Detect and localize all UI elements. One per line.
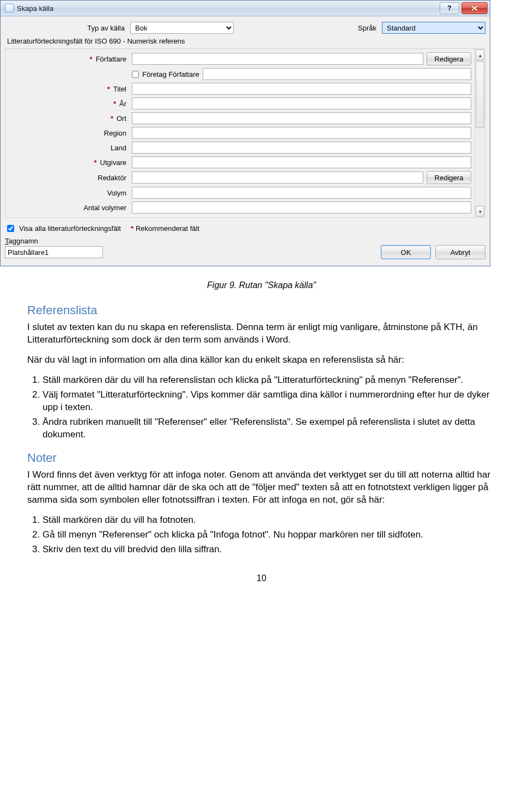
field-author: *Författare Redigera <box>7 52 471 65</box>
scroll-thumb[interactable] <box>476 62 484 128</box>
dialog-skapa-kalla: Skapa källa ? Typ av källa Bok Språk Sta… <box>0 0 490 266</box>
city-input[interactable] <box>132 112 471 124</box>
document-body: Figur 9. Rutan "Skapa källa" Referenslis… <box>0 266 523 606</box>
fields-container: *Författare Redigera Företag Författare … <box>5 48 485 218</box>
ok-button[interactable]: OK <box>381 245 431 259</box>
field-company-author: Företag Författare <box>7 68 471 80</box>
numvolumes-input[interactable] <box>132 202 471 213</box>
field-volume: Volym <box>7 187 471 199</box>
list-item: Ändra rubriken manuellt till "Referenser… <box>42 416 496 441</box>
field-editor: Redaktör Redigera <box>7 171 471 184</box>
figure-caption: Figur 9. Rutan "Skapa källa" <box>27 279 496 291</box>
list-item: Gå till menyn "Referenser" och klicka på… <box>42 529 496 541</box>
field-region: Region <box>7 127 471 139</box>
noter-steps: Ställ markören där du vill ha fotnoten. … <box>42 514 496 556</box>
publisher-input[interactable] <box>132 156 471 168</box>
help-button[interactable]: ? <box>440 2 459 14</box>
editor-input[interactable] <box>132 172 423 184</box>
year-input[interactable] <box>132 97 471 109</box>
edit-author-button[interactable]: Redigera <box>427 52 471 65</box>
company-author-input[interactable] <box>203 68 471 80</box>
paragraph: I slutet av texten kan du nu skapa en re… <box>27 321 496 346</box>
company-author-checkbox[interactable] <box>132 71 139 78</box>
region-input[interactable] <box>132 127 471 139</box>
show-all-fields[interactable]: Visa alla litteraturförteckningsfält <box>5 223 121 234</box>
type-label: Typ av källa <box>5 24 130 32</box>
field-publisher: *Utgivare <box>7 156 471 168</box>
list-item: Välj formatet "Litteraturförteckning". V… <box>42 389 496 414</box>
close-button[interactable] <box>461 2 488 14</box>
referenslista-steps: Ställ markören där du vill ha referensli… <box>42 374 496 441</box>
close-icon <box>471 5 478 11</box>
edit-editor-button[interactable]: Redigera <box>427 171 471 184</box>
language-label: Språk <box>358 24 376 32</box>
language-select[interactable]: Standard <box>382 22 485 34</box>
list-item: Skriv den text du vill bredvid den lilla… <box>42 544 496 556</box>
tagname-label: Taggnamn <box>5 237 485 245</box>
source-type-select[interactable]: Bok <box>130 22 234 34</box>
heading-referenslista: Referenslista <box>27 302 496 319</box>
cancel-button[interactable]: Avbryt <box>435 245 485 259</box>
paragraph: I Word finns det även verktyg för att in… <box>27 469 496 506</box>
fields-scrollbar[interactable]: ▴ ▾ <box>475 49 485 217</box>
window-title: Skapa källa <box>17 4 440 13</box>
field-country: Land <box>7 142 471 154</box>
page-number: 10 <box>27 572 496 584</box>
scroll-down-arrow[interactable]: ▾ <box>476 206 484 217</box>
help-icon: ? <box>447 4 451 12</box>
volume-input[interactable] <box>132 187 471 199</box>
heading-noter: Noter <box>27 450 496 466</box>
app-icon <box>5 4 14 13</box>
show-all-checkbox[interactable] <box>7 225 14 232</box>
author-input[interactable] <box>132 53 423 65</box>
type-language-row: Typ av källa Bok Språk Standard <box>5 22 485 34</box>
paragraph: När du väl lagt in information om alla d… <box>27 354 496 367</box>
company-author-label: Företag Författare <box>142 70 199 78</box>
field-title: *Titel <box>7 83 471 95</box>
title-input[interactable] <box>132 83 471 95</box>
tagname-input[interactable] <box>5 246 103 258</box>
field-numvolumes: Antal volymer <box>7 202 471 213</box>
list-item: Ställ markören där du vill ha fotnoten. <box>42 514 496 527</box>
scroll-up-arrow[interactable]: ▴ <box>476 50 484 60</box>
titlebar: Skapa källa ? <box>1 1 490 16</box>
country-input[interactable] <box>132 142 471 154</box>
list-item: Ställ markören där du vill ha referensli… <box>42 374 496 387</box>
recommended-legend: *Rekommenderat fält <box>131 224 199 233</box>
required-star: * <box>90 55 93 63</box>
section-label: Litteraturförteckningsfält för ISO 690 -… <box>7 37 485 45</box>
field-city: *Ort <box>7 112 471 124</box>
field-year: *År <box>7 97 471 109</box>
